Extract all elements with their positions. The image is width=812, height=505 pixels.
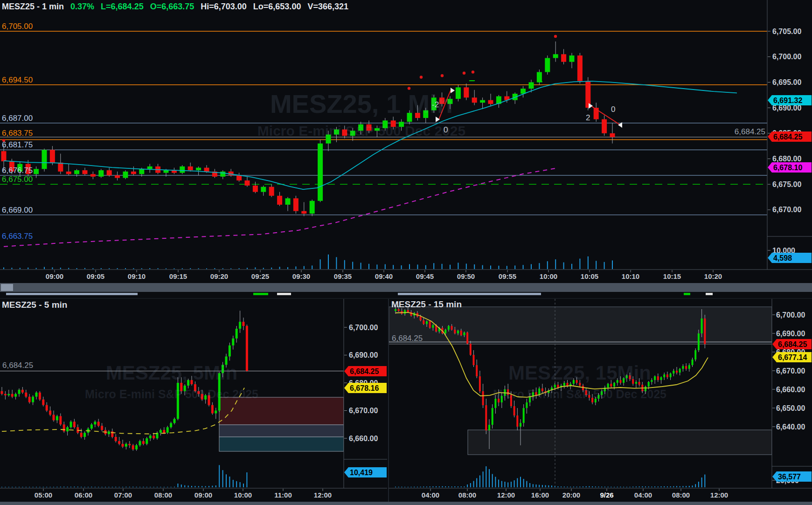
- svg-text:6,684.25: 6,684.25: [2, 361, 33, 370]
- svg-text:6,705.00: 6,705.00: [772, 28, 801, 35]
- chart-header: MESZ25 - 1 min 0.37% L=6,684.25 O=6,663.…: [2, 2, 348, 12]
- svg-text:6,700.00: 6,700.00: [776, 311, 805, 319]
- svg-text:06:00: 06:00: [75, 491, 92, 499]
- svg-text:6,684.25: 6,684.25: [350, 367, 379, 375]
- svg-text:09:40: 09:40: [375, 272, 393, 280]
- svg-text:6,687.00: 6,687.00: [2, 114, 33, 123]
- indicator-segment: [6, 293, 138, 295]
- svg-text:6,640.00: 6,640.00: [776, 423, 805, 431]
- indicator-segment: [398, 293, 541, 295]
- svg-text:6,676.75: 6,676.75: [2, 166, 33, 175]
- svg-text:6,684.25: 6,684.25: [392, 334, 423, 343]
- trading-workspace: -20206,705.006,694.506,687.006,683.756,6…: [0, 0, 812, 505]
- svg-text:12:00: 12:00: [710, 491, 728, 499]
- svg-text:08:00: 08:00: [458, 491, 476, 499]
- watermark-15min: MESZ25, 15Min Micro E-mini S&P 500 Dec 2…: [493, 360, 666, 402]
- svg-text:6,700.00: 6,700.00: [349, 324, 378, 332]
- panel-15min-price-axis[interactable]: 6,700.006,690.006,680.006,670.006,660.00…: [772, 299, 812, 488]
- svg-text:6,678.16: 6,678.16: [350, 384, 379, 392]
- svg-text:6,691.32: 6,691.32: [773, 97, 802, 104]
- svg-text:12:00: 12:00: [314, 491, 332, 499]
- svg-text:11:00: 11:00: [274, 491, 292, 499]
- svg-text:6,680.00: 6,680.00: [772, 155, 801, 163]
- svg-text:6,694.50: 6,694.50: [2, 76, 33, 84]
- panel-15min-title: MESZ25 - 15 min: [391, 299, 462, 310]
- svg-text:6,690.00: 6,690.00: [349, 351, 378, 359]
- svg-text:09:55: 09:55: [499, 272, 516, 280]
- svg-text:09:45: 09:45: [416, 272, 434, 280]
- svg-text:6,684.25: 6,684.25: [778, 340, 807, 348]
- svg-text:4,598: 4,598: [773, 254, 792, 262]
- svg-text:6,681.75: 6,681.75: [2, 140, 33, 149]
- svg-text:07:00: 07:00: [114, 491, 132, 499]
- svg-text:6,670.00: 6,670.00: [776, 367, 805, 375]
- watermark-5min: MESZ25, 5Min Micro E-mini S&P 500 Dec 20…: [85, 360, 258, 402]
- svg-text:10:05: 10:05: [581, 272, 598, 280]
- svg-text:6,677.14: 6,677.14: [778, 353, 807, 361]
- panel-5min-price-axis[interactable]: 6,700.006,690.006,680.006,670.006,660.00…: [344, 299, 387, 488]
- svg-text:20:00: 20:00: [562, 491, 580, 499]
- svg-text:2: 2: [586, 113, 590, 122]
- svg-text:16:00: 16:00: [531, 491, 549, 499]
- bottom-scrollbar[interactable]: [0, 502, 812, 505]
- panel-1min-volume: [4, 255, 612, 269]
- svg-text:04:00: 04:00: [422, 491, 439, 499]
- last-price: L=6,684.25: [101, 2, 144, 12]
- indicator-segment: [684, 293, 690, 295]
- panel-1min-time-axis[interactable]: 09:0009:0509:1009:1509:2009:2509:3009:35…: [0, 270, 812, 280]
- svg-text:6,670.00: 6,670.00: [772, 206, 801, 214]
- svg-text:6,684.25: 6,684.25: [735, 127, 765, 136]
- panel-15min-time-axis[interactable]: 04:0008:0012:0016:0020:009/2604:0008:001…: [389, 488, 812, 499]
- panel-5min-time-axis[interactable]: 05:0006:0007:0008:0009:0010:0011:0012:00: [0, 488, 387, 499]
- indicator-segment: [277, 293, 291, 295]
- svg-text:09:25: 09:25: [251, 272, 269, 280]
- svg-text:6,705.00: 6,705.00: [2, 22, 33, 31]
- svg-text:09:05: 09:05: [87, 272, 104, 280]
- svg-text:6,700.00: 6,700.00: [772, 53, 801, 61]
- svg-text:09:50: 09:50: [457, 272, 475, 280]
- indicator-segment: [253, 293, 268, 295]
- panel-1min-plot[interactable]: -2020: [0, 31, 767, 269]
- svg-text:09:35: 09:35: [334, 272, 352, 280]
- top-chart-scrollbar-thumb[interactable]: [1, 284, 13, 291]
- svg-text:10:10: 10:10: [622, 272, 639, 280]
- svg-text:10:00: 10:00: [234, 491, 252, 499]
- panel-15min-volume: [396, 466, 705, 487]
- high-price: Hi=6,703.00: [201, 2, 247, 12]
- svg-text:09:15: 09:15: [169, 272, 187, 280]
- total-volume: V=366,321: [307, 2, 348, 12]
- svg-text:6,695.00: 6,695.00: [772, 78, 801, 86]
- svg-text:10:15: 10:15: [663, 272, 681, 280]
- svg-text:6,683.75: 6,683.75: [2, 129, 33, 138]
- svg-text:36,577: 36,577: [778, 473, 801, 481]
- svg-text:09:10: 09:10: [128, 272, 146, 280]
- svg-text:10,419: 10,419: [350, 469, 373, 477]
- svg-text:09:20: 09:20: [210, 272, 228, 280]
- svg-text:04:00: 04:00: [634, 491, 652, 499]
- watermark-1min: MESZ25, 1 Min Micro E-mini S&P 500 Dec 2…: [257, 86, 465, 140]
- panel-5min-volume: [2, 465, 247, 487]
- svg-text:09:00: 09:00: [194, 491, 212, 499]
- svg-text:09:00: 09:00: [46, 272, 63, 280]
- svg-text:6,660.00: 6,660.00: [776, 386, 805, 394]
- svg-text:6,650.00: 6,650.00: [776, 404, 805, 412]
- svg-text:6,669.00: 6,669.00: [2, 206, 33, 214]
- panel-1min-price-axis[interactable]: 6,705.006,700.006,695.006,690.006,685.00…: [767, 0, 812, 270]
- svg-text:6,670.00: 6,670.00: [349, 407, 378, 415]
- svg-text:05:00: 05:00: [35, 491, 52, 499]
- svg-text:6,684.25: 6,684.25: [773, 133, 802, 141]
- svg-text:9/26: 9/26: [600, 491, 613, 499]
- svg-text:10:20: 10:20: [704, 272, 722, 280]
- indicator-segment: [706, 293, 713, 295]
- svg-text:12:00: 12:00: [497, 491, 515, 499]
- svg-text:6,660.00: 6,660.00: [349, 435, 378, 443]
- svg-text:08:00: 08:00: [154, 491, 172, 499]
- top-chart-scrollbar[interactable]: [0, 283, 812, 292]
- open-price: O=6,663.75: [150, 2, 194, 12]
- svg-text:6,675.00: 6,675.00: [772, 180, 801, 188]
- svg-text:10:00: 10:00: [540, 272, 557, 280]
- svg-text:6,678.10: 6,678.10: [773, 164, 802, 172]
- low-price: Lo=6,653.00: [253, 2, 301, 12]
- symbol-period-label: MESZ25 - 1 min: [2, 2, 64, 12]
- charts-canvas[interactable]: -20206,705.006,694.506,687.006,683.756,6…: [0, 0, 812, 505]
